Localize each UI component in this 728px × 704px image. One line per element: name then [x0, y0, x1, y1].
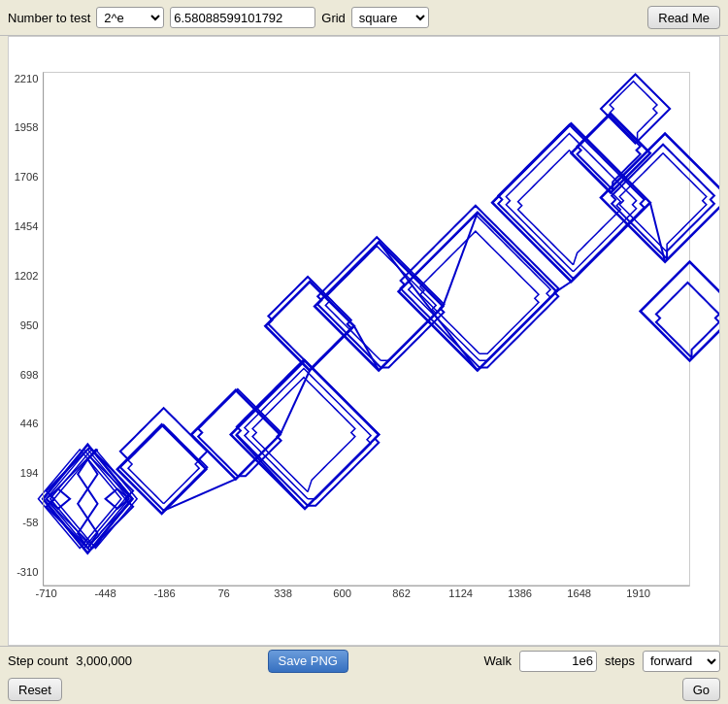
step-count-value: 3,000,000 [76, 654, 132, 668]
svg-text:1124: 1124 [448, 587, 473, 599]
svg-text:-186: -186 [153, 587, 175, 599]
grid-label: Grid [321, 11, 346, 25]
svg-text:-448: -448 [94, 587, 116, 599]
svg-text:1202: 1202 [15, 270, 39, 282]
chart-area: 2210 1958 1706 1454 1202 950 698 446 194… [8, 36, 720, 646]
svg-text:862: 862 [392, 587, 411, 599]
svg-text:-310: -310 [17, 566, 38, 578]
toolbar: Number to test 2^e pi e sqrt2 custom 6.5… [0, 0, 728, 36]
svg-text:1910: 1910 [626, 587, 650, 599]
svg-text:-58: -58 [22, 517, 38, 528]
svg-text:1454: 1454 [15, 220, 39, 232]
go-button[interactable]: Go [682, 678, 720, 701]
svg-text:194: 194 [20, 467, 39, 479]
bottom-bar-2: Reset Go [0, 675, 728, 704]
number-label: Number to test [8, 11, 90, 25]
svg-text:950: 950 [20, 319, 39, 331]
num-type-select[interactable]: 2^e pi e sqrt2 custom [96, 7, 164, 28]
svg-text:698: 698 [20, 369, 39, 381]
grid-select[interactable]: square hex triangle [351, 7, 429, 28]
svg-text:-710: -710 [35, 587, 56, 599]
walk-input[interactable] [519, 651, 597, 672]
svg-text:1648: 1648 [567, 587, 591, 599]
bottom-bar-1: Step count 3,000,000 Save PNG Walk steps… [0, 646, 728, 675]
svg-text:446: 446 [20, 418, 39, 429]
svg-text:1958: 1958 [15, 121, 39, 133]
step-count-label: Step count [8, 654, 68, 668]
svg-text:1706: 1706 [15, 171, 39, 183]
read-me-button[interactable]: Read Me [647, 6, 720, 29]
svg-text:76: 76 [217, 587, 229, 599]
svg-text:1386: 1386 [508, 587, 532, 599]
reset-button[interactable]: Reset [8, 678, 62, 701]
svg-text:2210: 2210 [15, 73, 39, 84]
num-value-input[interactable]: 6.58088599101792 [170, 7, 315, 28]
direction-select[interactable]: forward backward [643, 651, 720, 672]
chart-svg: 2210 1958 1706 1454 1202 950 698 446 194… [9, 37, 719, 645]
save-png-button[interactable]: Save PNG [268, 650, 348, 673]
app-window: Number to test 2^e pi e sqrt2 custom 6.5… [0, 0, 728, 704]
svg-text:338: 338 [274, 587, 292, 599]
walk-label: Walk [484, 654, 512, 668]
svg-text:600: 600 [333, 587, 351, 599]
steps-label: steps [605, 654, 635, 668]
